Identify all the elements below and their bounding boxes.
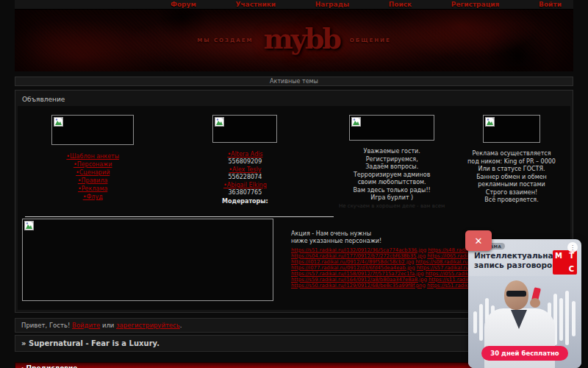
ad-banner[interactable]: РЕКЛАМА ⋮ Интеллектуальная запись разгов…	[468, 239, 581, 368]
announcement-title: Объявление	[18, 93, 570, 106]
announcement-image-3	[349, 115, 434, 141]
action-url-link[interactable]: https://s50.radikal.ru/i129/0912/68/be8c…	[291, 283, 426, 289]
guests-text-line: Задаём вопросы.	[326, 163, 457, 171]
admin-icq-1: 556809209	[163, 158, 326, 166]
period: .	[180, 322, 182, 329]
broken-image-icon	[24, 221, 34, 230]
announcement-divider	[25, 216, 334, 217]
guests-text-line: Игра бурлит )	[326, 194, 457, 202]
announcement-links-column: •Шаблон анкеты •Персонажи •Сценарий •Пра…	[22, 115, 163, 210]
action-url-link[interactable]: https://s59.radikal.ru/i164/0912/a8/b80a…	[291, 277, 427, 283]
action-url-link[interactable]: https://i077.radikal.ru/0912/d3/6fd45dea…	[291, 265, 415, 271]
guests-dim-line: Не скучаем в хорошем деле - вам всем	[326, 202, 457, 210]
announcement-image-1	[51, 115, 134, 145]
action-url-link[interactable]: https://s57.radikal.ru/i158/0912/7f/5715…	[291, 271, 424, 277]
soundwave-bar	[565, 291, 569, 345]
ad-menu-icon[interactable]: ⋮	[567, 242, 578, 252]
moderators-label: Модераторы:	[163, 198, 326, 205]
admin-link-2[interactable]: •Alex Tesly	[229, 166, 261, 173]
broken-image-icon	[54, 117, 63, 127]
guests-text-line: своим любопытством.	[326, 179, 457, 187]
broken-image-icon	[351, 117, 361, 127]
pr-text-line: Всё проверяется.	[457, 197, 566, 205]
top-nav: Форум Участники Награды Поиск Регистраци…	[15, 0, 573, 10]
soundwave-bar	[473, 311, 477, 333]
announcement-admins-column: •Altera Adis 556809209 •Alex Tesly 55622…	[163, 115, 326, 210]
pr-text-line: под ником: King of PR – 0000	[457, 158, 566, 166]
link-advertising[interactable]: •Реклама	[78, 185, 107, 192]
nav-search[interactable]: Поиск	[389, 1, 412, 8]
nav-awards[interactable]: Награды	[315, 1, 349, 8]
action-url-link[interactable]: https://s51.radikal.ru/i132/0912/36/5ca7…	[291, 247, 426, 253]
banner-tagline-right: ОБЩЕНИЕ	[350, 38, 391, 43]
login-link[interactable]: Войдите	[72, 322, 100, 329]
announcement-guests-column: Уважаемые гости. Регистрируемся, Задаём …	[326, 115, 457, 210]
nav-register[interactable]: Регистрация	[451, 1, 500, 8]
greeting-text: Привет, Гость!	[21, 322, 70, 329]
admin-icq-3: 363807765	[163, 189, 326, 197]
guests-text-line: Уважаемые гости.	[326, 148, 457, 156]
ad-cta-button[interactable]: 30 дней бесплатно	[481, 346, 568, 361]
active-topics-bar[interactable]: Активные темы	[15, 77, 573, 86]
nav-login[interactable]: Войти	[539, 1, 562, 8]
pr-text-line: Баннер обмен и обмен	[457, 174, 566, 182]
ad-title: Интеллектуальная запись разговоров	[474, 251, 558, 269]
mybb-logo: mybb	[263, 22, 339, 55]
guests-text-line: Вам здесь только рады!!	[326, 187, 457, 195]
link-anketa-template[interactable]: •Шаблон анкеты	[66, 153, 119, 160]
pr-text-line: Строго взаимен!	[457, 189, 566, 197]
mts-logo: М Т С	[553, 250, 577, 275]
ad-photo: 30 дней бесплатно	[468, 276, 581, 368]
ad-close-button[interactable]: ✕	[465, 230, 492, 251]
announcement-large-image	[22, 219, 273, 301]
nav-members[interactable]: Участники	[235, 1, 276, 8]
header-banner[interactable]: МЫ СОЗДАЕМ mybb ОБЩЕНИЕ	[15, 10, 573, 71]
pr-text-line: Или в статусе ГОСТЯ.	[457, 166, 566, 174]
action-url-link[interactable]: https://i012.radikal.ru/0912/4c/89f58dc5…	[291, 259, 414, 265]
broken-image-icon	[485, 117, 495, 127]
action-url-link[interactable]: https://s04.radikal.ru/i177/0912/b7/272c…	[291, 253, 426, 259]
pr-text-line: Реклама осуществляется	[457, 150, 566, 158]
announcement-image-2	[212, 115, 277, 143]
pr-text-line: рекламными постами	[457, 181, 566, 189]
nav-forum[interactable]: Форум	[171, 1, 196, 8]
announcement-pr-column: Реклама осуществляется под ником: King o…	[457, 115, 566, 210]
broken-image-icon	[215, 117, 224, 127]
action-intro-line: Акция - Нам очень нужны	[291, 230, 564, 238]
conjunction-text: или	[102, 322, 114, 329]
ad-man-hand	[530, 298, 540, 308]
banner-tagline-left: МЫ СОЗДАЕМ	[197, 38, 253, 43]
soundwave-bar	[479, 304, 483, 341]
guests-text-line: Регистрируемся,	[326, 156, 457, 164]
sunglasses	[506, 291, 526, 297]
guests-text-line: Терроризируем админов	[326, 171, 457, 180]
soundwave-bar	[572, 301, 576, 336]
link-rules[interactable]: •Правила	[78, 177, 108, 184]
announcement-image-4	[483, 115, 540, 143]
link-scenario[interactable]: •Сценарий	[76, 169, 110, 176]
link-flood[interactable]: •Флуд	[83, 194, 103, 200]
admin-link-1[interactable]: •Altera Adis	[227, 151, 262, 158]
admin-link-3[interactable]: •Abigail Elking	[223, 182, 267, 188]
admin-icq-2: 556228074	[163, 174, 326, 181]
soundwave-bar	[559, 298, 563, 341]
register-link[interactable]: зарегистрируйтесь	[116, 322, 180, 329]
link-characters[interactable]: •Персонажи	[74, 161, 112, 168]
